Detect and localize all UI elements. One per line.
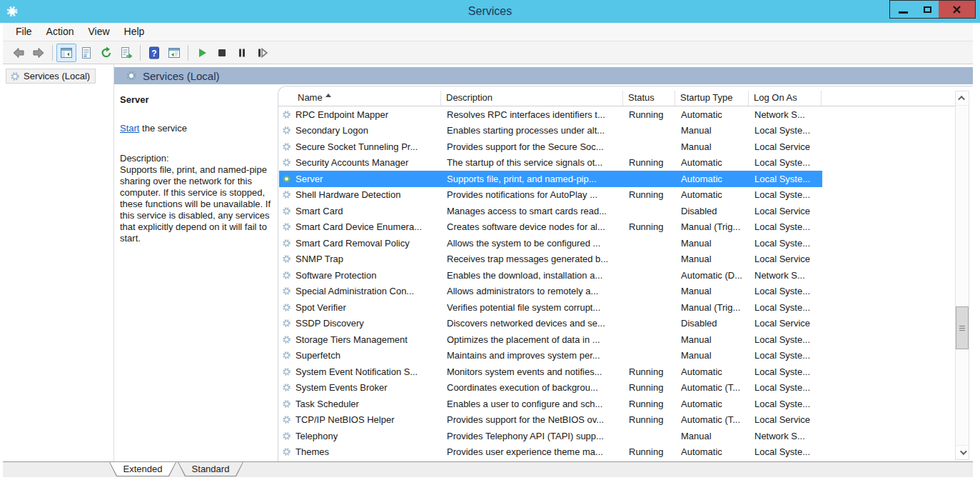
service-log-on-as-cell: Local Syste... [749,221,822,232]
menu-action[interactable]: Action [39,23,81,41]
scroll-down-button[interactable] [956,445,969,459]
menu-help[interactable]: Help [117,23,152,41]
column-header-status[interactable]: Status [623,91,675,106]
service-description-cell: Allows the system to be configured ... [442,238,624,249]
service-name-cell: SSDP Discovery [295,318,364,329]
menu-view[interactable]: View [81,23,116,41]
service-description-cell: Verifies potential file system corrupt..… [442,302,624,313]
pause-service-button[interactable] [232,44,252,62]
service-log-on-as-cell: Local Service [749,414,822,425]
tab-extended[interactable]: Extended [109,462,176,476]
service-row[interactable]: Storage Tiers Management Optimizes the p… [279,331,822,348]
service-row[interactable]: Shell Hardware Detection Provides notifi… [279,187,822,204]
service-row[interactable]: Secondary Logon Enables starting process… [279,123,822,139]
export-list-button[interactable] [116,44,136,62]
service-row[interactable]: Secure Socket Tunneling Pr... Provides s… [279,139,822,155]
show-console-tree-button[interactable] [56,44,76,62]
service-description-cell: Allows administrators to remotely a... [442,286,624,296]
service-startup-type-cell: Automatic [676,189,749,200]
stop-service-icon [215,46,229,60]
service-row[interactable]: System Events Broker Coordinates executi… [279,380,822,396]
extended-view-button[interactable] [164,44,184,62]
toolbar-separator [52,45,53,61]
column-header-log-on-as[interactable]: Log On As [749,91,822,106]
service-startup-type-cell: Manual [676,431,749,441]
service-row[interactable]: Special Administration Con... Allows adm… [279,284,822,300]
extended-view-icon [167,46,181,60]
start-service-link[interactable]: Start [120,123,139,134]
service-startup-type-cell: Manual (Trig... [676,221,749,232]
stop-service-button[interactable] [212,44,232,62]
service-startup-type-cell: Manual [676,334,749,345]
tree-item-services-local[interactable]: Services (Local) [6,69,96,84]
service-log-on-as-cell: Local Syste... [749,189,822,200]
service-row[interactable]: Smart Card Removal Policy Allows the sys… [279,235,822,251]
service-row[interactable]: RPC Endpoint Mapper Resolves RPC interfa… [279,106,822,123]
service-row[interactable]: Server Supports file, print, and named-p… [279,171,822,187]
description-label: Description: [120,153,169,164]
service-log-on-as-cell: Local Service [749,254,822,264]
back-icon [11,46,26,60]
thumb-grip-icon [959,328,965,329]
close-icon [952,5,961,14]
restart-service-button[interactable] [252,44,272,62]
service-row[interactable]: Security Accounts Manager The startup of… [279,155,822,171]
start-service-button[interactable] [192,44,212,62]
properties-button[interactable] [76,44,96,62]
refresh-button[interactable] [96,44,116,62]
service-row[interactable]: SNMP Trap Receives trap messages generat… [279,251,822,268]
service-status-cell: Running [624,221,676,232]
service-log-on-as-cell: Local Syste... [749,174,822,184]
tab-standard[interactable]: Standard [178,462,243,476]
service-description-cell: Manages access to smart cards read... [442,206,624,216]
vertical-scrollbar[interactable] [955,91,969,460]
service-row[interactable]: TCP/IP NetBIOS Helper Provides support f… [279,412,822,429]
column-header-description[interactable]: Description [441,91,623,106]
column-header-name[interactable]: Name [278,91,441,106]
banner-gear-icon [126,70,137,81]
service-status-cell: Running [624,157,676,168]
thumb-grip-icon [959,330,965,331]
refresh-icon [99,46,113,60]
column-header-startup-type[interactable]: Startup Type [675,91,749,106]
service-row[interactable]: Spot Verifier Verifies potential file sy… [279,299,822,316]
service-log-on-as-cell: Local Syste... [749,350,822,361]
forward-button[interactable] [29,44,49,62]
service-status-cell: Running [624,109,676,120]
help-button[interactable]: ? [144,44,164,62]
service-row[interactable]: Themes Provides user experience theme ma… [279,444,822,461]
service-description-cell: Discovers networked devices and se... [442,318,624,329]
titlebar[interactable]: Services [0,0,980,23]
minimize-button[interactable] [889,0,916,19]
service-startup-type-cell: Disabled [676,318,749,329]
service-status-cell: Running [624,446,676,457]
scroll-up-button[interactable] [956,91,969,106]
menu-file[interactable]: File [9,23,39,41]
close-button[interactable] [939,0,976,19]
back-button[interactable] [9,44,29,62]
extended-pane: Server Start the service Description: Su… [120,89,276,461]
service-name-cell: Smart Card [295,206,343,216]
service-row[interactable]: System Event Notification S... Monitors … [279,364,822,380]
service-name-cell: System Events Broker [295,382,388,393]
service-name-cell: RPC Endpoint Mapper [295,109,388,120]
service-row[interactable]: Superfetch Maintains and improves system… [279,348,822,364]
forward-icon [31,46,46,60]
service-startup-type-cell: Manual [676,238,749,249]
service-name-cell: Smart Card Device Enumera... [295,221,422,232]
service-row[interactable]: Smart Card Manages access to smart cards… [279,203,822,219]
service-name-cell: Server [295,174,323,184]
banner-title: Services (Local) [143,70,220,82]
service-row[interactable]: Software Protection Enables the download… [279,267,822,284]
service-row[interactable]: SSDP Discovery Discovers networked devic… [279,316,822,332]
service-gear-icon [282,142,291,151]
service-row[interactable]: Task Scheduler Enables a user to configu… [279,396,822,412]
scrollbar-thumb[interactable] [956,306,969,349]
service-row[interactable]: Smart Card Device Enumera... Creates sof… [279,219,822,236]
maximize-icon [924,6,931,13]
service-description-cell: Enables starting processes under alt... [442,125,624,136]
service-row[interactable]: Telephony Provides Telephony API (TAPI) … [279,428,822,444]
maximize-button[interactable] [916,0,939,19]
pause-service-icon [235,46,249,60]
help-icon: ? [147,46,161,60]
